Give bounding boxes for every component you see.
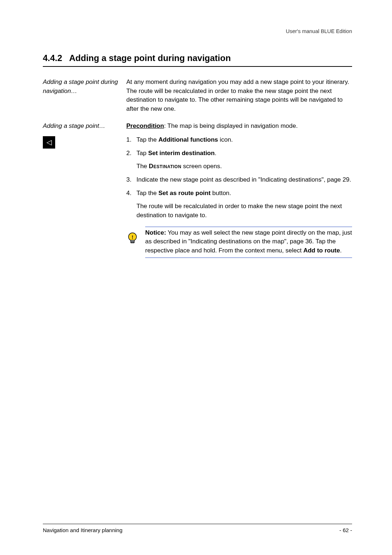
step-2-text-b: Set interim destination [148, 150, 215, 157]
section-heading: 4.4.2 Adding a stage point during naviga… [43, 53, 352, 67]
footer-right: - 62 - [339, 527, 352, 533]
intro-paragraph: At any moment during navigation you may … [126, 78, 352, 114]
step-1-text-b: Additional functions [159, 136, 218, 143]
precondition-label: Precondition [126, 122, 164, 129]
step-1-text: Tap the Additional functions icon. [136, 135, 352, 145]
precondition-line: Precondition: The map is being displayed… [126, 122, 352, 131]
step-2-subtext: The Destination screen opens. [136, 162, 352, 171]
step-4-number: 4. [126, 189, 136, 198]
step-4-text-c: button. [211, 190, 231, 197]
header-right-text: User's manual BLUE Edition [43, 28, 352, 34]
notice-body-b: Add to route [303, 247, 340, 254]
step-1-text-c: icon. [218, 136, 233, 143]
step-1-text-a: Tap the [136, 136, 159, 143]
step-2-number: 2. [126, 149, 136, 158]
step-3-text: Indicate the new stage point as describe… [136, 175, 352, 185]
step-4-text: Tap the Set as route point button. [136, 189, 352, 198]
step-3-number: 3. [126, 175, 136, 185]
notice-label: Notice: [145, 229, 166, 236]
side-label-adding-during-nav: Adding a stage point during navigation… [43, 78, 126, 96]
step-2-sub-a: The [136, 163, 149, 170]
step-4-text-a: Tap the [136, 190, 159, 197]
svg-point-4 [132, 235, 133, 236]
step-4-text-b: Set as route point [159, 190, 211, 197]
section-number: 4.4.2 [43, 53, 62, 63]
side-label-adding-stage-point: Adding a stage point… [43, 122, 126, 131]
notice-body-c: . [340, 247, 342, 254]
step-2-sub-b: Destination [149, 163, 181, 170]
lightbulb-icon [126, 227, 139, 246]
step-4-subtext: The route will be recalculated in order … [136, 202, 352, 220]
step-2-text: Tap Set interim destination. [136, 149, 352, 158]
step-2-sub-c: screen opens. [181, 163, 222, 170]
footer-left: Navigation and Itinerary planning [43, 527, 122, 533]
step-2-text-a: Tap [136, 150, 148, 157]
step-2-text-c: . [215, 150, 216, 157]
section-title-text: Adding a stage point during navigation [69, 53, 231, 63]
notice-text: Notice: You may as well select the new s… [145, 227, 352, 258]
precondition-text: : The map is being displayed in navigati… [164, 122, 298, 129]
back-triangle-icon: ◁ [43, 136, 55, 149]
step-1-number: 1. [126, 135, 136, 145]
